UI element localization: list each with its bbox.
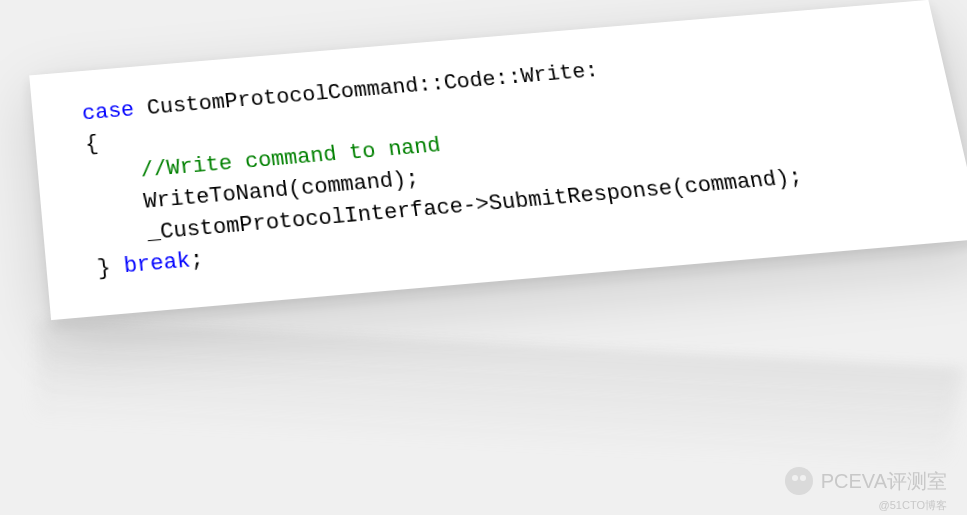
wechat-icon [785, 467, 813, 495]
code-snippet-card: case CustomProtocolCommand::Code::Write:… [29, 0, 967, 320]
semicolon: ; [189, 248, 205, 274]
reflection-shadow [34, 320, 964, 488]
watermark-text: PCEVA评测室 [821, 468, 947, 495]
watermark: PCEVA评测室 [785, 467, 947, 495]
brace-close: } [96, 255, 125, 282]
keyword-break: break [123, 249, 192, 280]
watermark-subtext: @51CTO博客 [879, 498, 947, 513]
keyword-case: case [81, 98, 135, 126]
